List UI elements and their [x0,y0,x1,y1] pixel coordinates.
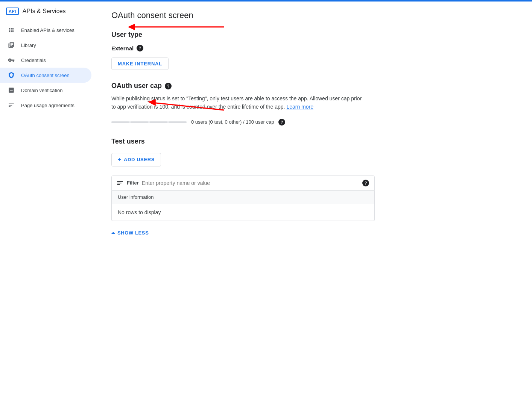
user-type-label: External [111,45,134,51]
plus-icon: + [118,156,122,163]
main-content: OAuth consent screen User type External … [96,2,532,404]
main-wrapper: OAuth consent screen User type External … [96,2,532,404]
table-empty-row: No rows to display [112,204,374,221]
progress-bar [111,121,187,123]
user-type-section: User type External ? MAKE INTERNAL [111,31,517,82]
sidebar-item-oauth-consent-label: OAuth consent screen [21,73,70,78]
sidebar: API APIs & Services Enabled APIs & servi… [0,2,96,404]
list-settings-icon [8,101,15,109]
api-badge: API [6,8,19,15]
oauth-cap-heading-row: OAuth user cap ? [111,82,517,90]
filter-label: Filter [127,180,139,186]
key-icon [8,56,15,64]
filter-input[interactable] [142,180,359,186]
sidebar-item-oauth-consent[interactable]: OAuth consent screen [0,68,91,83]
sidebar-item-credentials[interactable]: Credentials [0,53,91,68]
progress-seg-4 [169,121,187,123]
sidebar-item-enabled-apis-label: Enabled APIs & services [21,27,74,33]
progress-label: 0 users (0 test, 0 other) / 100 user cap [191,119,274,125]
progress-seg-2 [131,121,148,123]
library-icon [8,41,15,49]
grid-icon [8,26,15,34]
filter-lines [117,181,123,185]
learn-more-link[interactable]: Learn more [286,104,313,110]
add-users-label: ADD USERS [124,157,155,162]
show-less-label: SHOW LESS [117,230,149,236]
sidebar-nav: Enabled APIs & services Library Cred [0,23,96,113]
progress-seg-1 [111,121,129,123]
progress-seg-3 [150,121,167,123]
oauth-cap-description: While publishing status is set to "Testi… [111,94,367,111]
sidebar-item-page-usage-label: Page usage agreements [21,103,74,108]
sidebar-item-credentials-label: Credentials [21,57,46,63]
checkbox-icon [8,86,15,94]
progress-help-icon[interactable]: ? [278,119,285,126]
test-users-section: Test users + ADD USERS Filter [111,138,517,237]
filter-bar: Filter ? [111,176,375,191]
user-type-row: External ? [111,45,517,51]
add-users-button[interactable]: + ADD USERS [111,153,161,166]
show-less-button[interactable]: SHOW LESS [111,228,149,237]
sidebar-title: APIs & Services [23,8,66,15]
filter-line-3 [117,184,120,185]
page-title: OAuth consent screen [111,11,517,20]
oauth-cap-help-icon[interactable]: ? [165,83,172,89]
sidebar-item-domain-verification-label: Domain verification [21,88,63,93]
filter-line-2 [117,183,122,183]
chevron-up-icon [111,232,115,234]
table-header: User information [112,191,374,204]
table-container: User information No rows to display [111,191,375,221]
sidebar-item-enabled-apis[interactable]: Enabled APIs & services [0,23,91,38]
user-type-heading: User type [111,31,517,39]
oauth-cap-title: OAuth user cap [111,82,162,90]
make-internal-button[interactable]: MAKE INTERNAL [111,57,169,70]
user-type-help-icon[interactable]: ? [137,45,143,51]
sidebar-item-library-label: Library [21,42,36,48]
sidebar-item-page-usage[interactable]: Page usage agreements [0,98,91,113]
filter-icon-group: Filter [117,180,139,186]
sidebar-item-library[interactable]: Library [0,38,91,53]
filter-help-icon[interactable]: ? [362,180,369,186]
filter-line-1 [117,181,123,182]
test-users-heading: Test users [111,138,517,145]
sidebar-item-domain-verification[interactable]: Domain verification [0,83,91,98]
sidebar-header: API APIs & Services [0,8,96,23]
oauth-cap-section: OAuth user cap ? While publishing status… [111,82,517,126]
progress-row: 0 users (0 test, 0 other) / 100 user cap… [111,119,517,126]
oauth-icon [8,71,15,79]
